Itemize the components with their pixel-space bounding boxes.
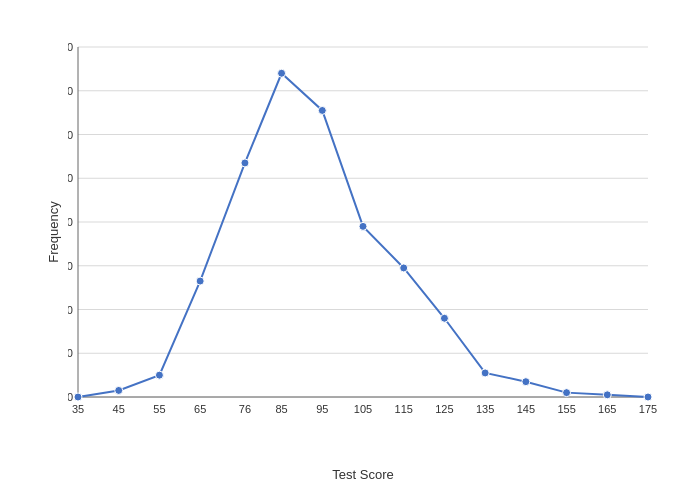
svg-point-47 (563, 388, 571, 396)
svg-text:20: 20 (68, 347, 73, 359)
svg-text:165: 165 (598, 403, 616, 415)
svg-text:35: 35 (72, 403, 84, 415)
svg-point-46 (522, 377, 530, 385)
svg-point-37 (155, 371, 163, 379)
svg-text:76: 76 (239, 403, 251, 415)
svg-text:0: 0 (68, 391, 73, 403)
chart-area: Frequency Test Score 0204060801001201401… (68, 27, 658, 437)
chart-container: Frequency Test Score 0204060801001201401… (8, 7, 688, 497)
y-axis-label: Frequency (46, 201, 61, 262)
svg-text:65: 65 (194, 403, 206, 415)
svg-point-35 (74, 393, 82, 401)
svg-point-41 (318, 106, 326, 114)
svg-point-36 (115, 386, 123, 394)
svg-text:105: 105 (354, 403, 372, 415)
svg-point-40 (278, 69, 286, 77)
svg-text:85: 85 (275, 403, 287, 415)
svg-text:55: 55 (153, 403, 165, 415)
svg-point-44 (440, 314, 448, 322)
svg-text:145: 145 (517, 403, 535, 415)
svg-point-45 (481, 368, 489, 376)
svg-text:175: 175 (639, 403, 657, 415)
svg-text:100: 100 (68, 172, 73, 184)
svg-text:45: 45 (113, 403, 125, 415)
svg-point-43 (400, 263, 408, 271)
svg-text:140: 140 (68, 84, 73, 96)
svg-text:40: 40 (68, 303, 73, 315)
svg-point-39 (241, 158, 249, 166)
x-axis-label: Test Score (332, 467, 393, 482)
svg-text:80: 80 (68, 216, 73, 228)
svg-text:95: 95 (316, 403, 328, 415)
svg-text:155: 155 (557, 403, 575, 415)
svg-text:120: 120 (68, 128, 73, 140)
svg-text:135: 135 (476, 403, 494, 415)
svg-point-42 (359, 222, 367, 230)
svg-point-49 (644, 393, 652, 401)
svg-point-38 (196, 277, 204, 285)
svg-text:115: 115 (395, 403, 413, 415)
svg-text:60: 60 (68, 259, 73, 271)
svg-text:125: 125 (435, 403, 453, 415)
chart-svg: 0204060801001201401603545556576859510511… (68, 27, 658, 437)
svg-text:160: 160 (68, 41, 73, 53)
svg-point-48 (603, 390, 611, 398)
